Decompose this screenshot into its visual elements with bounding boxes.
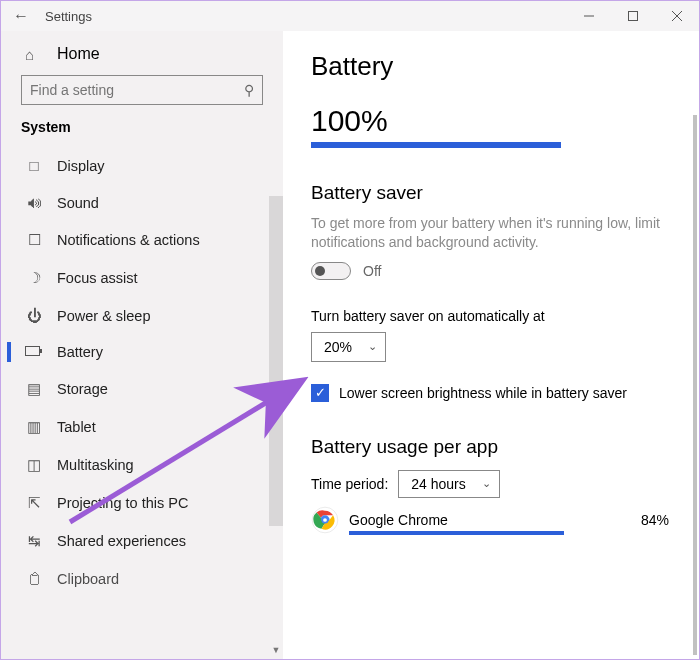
power-icon: ⏻ [25, 307, 43, 324]
main-panel: Battery 100% Battery saver To get more f… [283, 31, 699, 659]
sidebar-item-sound[interactable]: 🔊︎ Sound [1, 184, 283, 221]
sidebar-item-label: Multitasking [57, 457, 134, 473]
sidebar-item-power-sleep[interactable]: ⏻ Power & sleep [1, 297, 283, 334]
focus-assist-icon: ☽ [25, 269, 43, 287]
main-scrollbar[interactable] [693, 115, 697, 655]
close-button[interactable] [655, 1, 699, 31]
multitasking-icon: ◫ [25, 456, 43, 474]
battery-percent: 100% [311, 104, 669, 140]
auto-on-label: Turn battery saver on automatically at [311, 308, 669, 324]
sidebar-section-title: System [1, 119, 283, 143]
sidebar-home[interactable]: ⌂ Home [1, 39, 283, 73]
search-input-wrapper[interactable]: ⚲ [21, 75, 263, 105]
titlebar: ← Settings [1, 1, 699, 31]
battery-saver-heading: Battery saver [311, 182, 669, 204]
time-period-label: Time period: [311, 476, 388, 492]
sidebar-item-tablet[interactable]: ▥ Tablet [1, 408, 283, 446]
sidebar-scrollbar[interactable] [269, 196, 283, 526]
notifications-icon: ☐ [25, 231, 43, 249]
sidebar-item-multitasking[interactable]: ◫ Multitasking [1, 446, 283, 484]
nav-list: ▲ □ Display 🔊︎ Sound ☐ Notifications & a… [1, 143, 283, 597]
maximize-button[interactable] [611, 1, 655, 31]
svg-rect-4 [26, 347, 40, 356]
storage-icon: ▤ [25, 380, 43, 398]
battery-bar [311, 142, 561, 148]
chrome-icon [311, 506, 339, 534]
auto-threshold-value: 20% [324, 339, 352, 355]
svg-rect-5 [40, 349, 42, 353]
sidebar-item-label: Storage [57, 381, 108, 397]
app-usage-row[interactable]: Google Chrome 84% [311, 506, 669, 534]
sidebar-item-label: Power & sleep [57, 308, 151, 324]
app-percent: 84% [641, 512, 669, 528]
sidebar-item-label: Focus assist [57, 270, 138, 286]
sidebar-item-clipboard[interactable]: 📋︎ Clipboard [1, 560, 283, 597]
sidebar-item-label: Sound [57, 195, 99, 211]
page-title: Battery [311, 51, 669, 82]
search-icon: ⚲ [244, 82, 254, 98]
sidebar-item-display[interactable]: □ Display [1, 147, 283, 184]
sidebar-item-label: Display [57, 158, 105, 174]
svg-point-8 [323, 518, 327, 522]
time-period-dropdown[interactable]: 24 hours ⌄ [398, 470, 499, 498]
battery-saver-toggle[interactable] [311, 262, 351, 280]
sidebar-item-notifications[interactable]: ☐ Notifications & actions [1, 221, 283, 259]
search-input[interactable] [30, 82, 244, 98]
sidebar: ⌂ Home ⚲ System ▲ □ Display 🔊︎ Sound ☐ N… [1, 31, 283, 659]
clipboard-icon: 📋︎ [25, 570, 43, 587]
app-name: Google Chrome [349, 512, 448, 528]
battery-saver-toggle-state: Off [363, 263, 381, 279]
window-title: Settings [41, 9, 567, 24]
scroll-down-icon[interactable]: ▼ [271, 645, 281, 655]
sidebar-item-label: Shared experiences [57, 533, 186, 549]
lower-brightness-label: Lower screen brightness while in battery… [339, 385, 627, 401]
auto-threshold-dropdown[interactable]: 20% ⌄ [311, 332, 386, 362]
projecting-icon: ⇱ [25, 494, 43, 512]
sidebar-item-label: Tablet [57, 419, 96, 435]
svg-rect-1 [629, 12, 638, 21]
minimize-button[interactable] [567, 1, 611, 31]
time-period-value: 24 hours [411, 476, 465, 492]
sidebar-item-label: Battery [57, 344, 103, 360]
sidebar-item-label: Clipboard [57, 571, 119, 587]
app-usage-bar [349, 531, 564, 535]
back-button[interactable]: ← [1, 7, 41, 25]
sidebar-item-storage[interactable]: ▤ Storage [1, 370, 283, 408]
tablet-icon: ▥ [25, 418, 43, 436]
sidebar-item-projecting[interactable]: ⇱ Projecting to this PC [1, 484, 283, 522]
shared-icon: ↹ [25, 532, 43, 550]
home-icon: ⌂ [25, 46, 43, 63]
sidebar-item-battery[interactable]: Battery [1, 334, 283, 370]
chevron-down-icon: ⌄ [368, 340, 377, 353]
sidebar-item-focus-assist[interactable]: ☽ Focus assist [1, 259, 283, 297]
chevron-down-icon: ⌄ [482, 477, 491, 490]
lower-brightness-checkbox[interactable]: ✓ [311, 384, 329, 402]
sidebar-item-label: Notifications & actions [57, 232, 200, 248]
sound-icon: 🔊︎ [25, 194, 43, 211]
sidebar-item-shared-experiences[interactable]: ↹ Shared experiences [1, 522, 283, 560]
display-icon: □ [25, 157, 43, 174]
sidebar-item-label: Projecting to this PC [57, 495, 188, 511]
usage-heading: Battery usage per app [311, 436, 669, 458]
battery-icon [25, 346, 43, 358]
battery-saver-description: To get more from your battery when it's … [311, 214, 669, 252]
home-label: Home [57, 45, 100, 63]
